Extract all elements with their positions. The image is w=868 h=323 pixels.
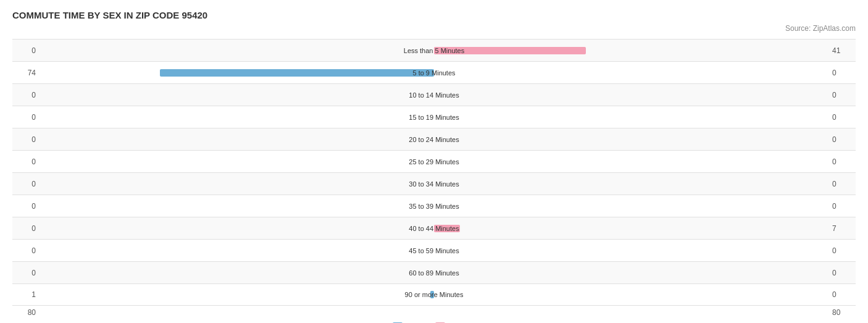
bar-label: 20 to 24 Minutes: [409, 136, 459, 143]
female-value: 0: [828, 157, 856, 166]
male-bar: [430, 291, 434, 298]
chart-row: 025 to 29 Minutes0: [12, 150, 856, 172]
bar-label: 15 to 19 Minutes: [409, 114, 459, 121]
bar-container: 5 to 9 Minutes: [40, 62, 828, 83]
bar-container: 30 to 34 Minutes: [40, 173, 828, 195]
chart-row: 030 to 34 Minutes0: [12, 172, 856, 195]
female-value: 0: [828, 135, 856, 144]
chart-row: 060 to 89 Minutes0: [12, 261, 856, 283]
female-value: 0: [828, 269, 856, 277]
bar-container: 20 to 24 Minutes: [40, 128, 828, 150]
axis-left: 80: [12, 308, 40, 317]
female-value: 0: [828, 113, 856, 122]
source-label: Source: ZipAtlas.com: [12, 24, 856, 33]
chart-row: 190 or more Minutes0: [12, 283, 856, 306]
bar-container: 60 to 89 Minutes: [40, 262, 828, 283]
bar-container: 35 to 39 Minutes: [40, 195, 828, 217]
chart-row: 035 to 39 Minutes0: [12, 195, 856, 217]
chart-title: COMMUTE TIME BY SEX IN ZIP CODE 95420: [12, 10, 856, 20]
bar-container: Less than 5 Minutes: [40, 40, 828, 61]
male-value: 0: [12, 91, 40, 99]
bar-label: 60 to 89 Minutes: [409, 269, 459, 277]
female-value: 0: [828, 91, 856, 99]
male-value: 74: [12, 69, 40, 77]
male-value: 0: [12, 180, 40, 188]
chart-row: 0Less than 5 Minutes41: [12, 39, 856, 61]
chart-area: 0Less than 5 Minutes41745 to 9 Minutes00…: [12, 39, 856, 306]
male-value: 0: [12, 224, 40, 233]
bar-container: 10 to 14 Minutes: [40, 84, 828, 106]
male-value: 0: [12, 202, 40, 211]
male-value: 0: [12, 157, 40, 166]
bar-label: 30 to 34 Minutes: [409, 180, 459, 188]
female-bar: [434, 225, 460, 232]
bar-container: 25 to 29 Minutes: [40, 151, 828, 172]
chart-row: 020 to 24 Minutes0: [12, 128, 856, 150]
chart-row: 045 to 59 Minutes0: [12, 239, 856, 261]
female-value: 0: [828, 202, 856, 211]
female-value: 0: [828, 246, 856, 255]
female-value: 0: [828, 180, 856, 188]
bar-container: 90 or more Minutes: [40, 284, 828, 305]
bar-container: 45 to 59 Minutes: [40, 240, 828, 261]
bar-label: 35 to 39 Minutes: [409, 203, 459, 210]
male-value: 1: [12, 290, 40, 299]
male-bar: [160, 69, 434, 77]
chart-row: 010 to 14 Minutes0: [12, 83, 856, 106]
axis-right: 80: [828, 308, 856, 317]
male-value: 0: [12, 135, 40, 144]
bar-label: 45 to 59 Minutes: [409, 247, 459, 254]
male-value: 0: [12, 113, 40, 122]
male-value: 0: [12, 246, 40, 255]
bar-label: 90 or more Minutes: [405, 291, 464, 298]
bar-container: 40 to 44 Minutes: [40, 217, 828, 239]
female-value: 41: [828, 46, 856, 55]
female-value: 0: [828, 69, 856, 77]
bar-container: 15 to 19 Minutes: [40, 106, 828, 128]
male-value: 0: [12, 46, 40, 55]
chart-row: 015 to 19 Minutes0: [12, 106, 856, 128]
bar-label: 10 to 14 Minutes: [409, 91, 459, 99]
chart-row: 745 to 9 Minutes0: [12, 61, 856, 83]
female-value: 0: [828, 290, 856, 299]
chart-row: 040 to 44 Minutes7: [12, 217, 856, 239]
female-bar: [434, 47, 586, 54]
male-value: 0: [12, 269, 40, 277]
female-value: 7: [828, 224, 856, 233]
bar-label: 25 to 29 Minutes: [409, 158, 459, 166]
